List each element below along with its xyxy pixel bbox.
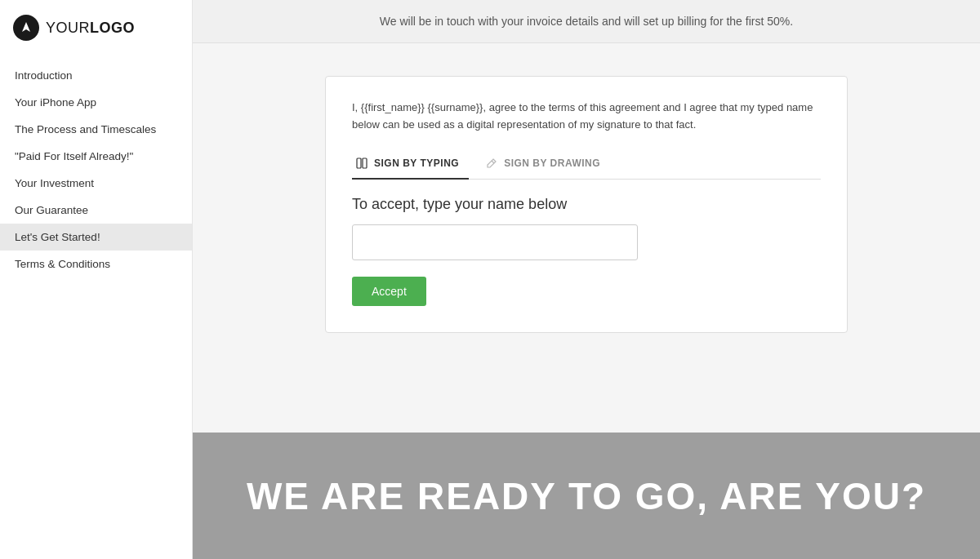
svg-rect-2 [363, 158, 367, 168]
pen-icon [485, 157, 498, 170]
type-name-section: To accept, type your name below Accept [352, 196, 821, 306]
svg-marker-0 [22, 22, 30, 32]
logo-area: YOURLOGO [0, 0, 192, 55]
content-area: I, {{first_name}} {{surname}}, agree to … [193, 43, 980, 433]
type-name-label: To accept, type your name below [352, 196, 821, 213]
accept-button[interactable]: Accept [352, 277, 426, 306]
logo-logo: LOGO [90, 20, 135, 36]
sidebar-item-lets-get-started[interactable]: Let's Get Started! [0, 224, 192, 251]
agreement-text: I, {{first_name}} {{surname}}, agree to … [352, 100, 821, 134]
sidebar-item-iphone-app[interactable]: Your iPhone App [0, 89, 192, 116]
sidebar-item-investment[interactable]: Your Investment [0, 170, 192, 197]
logo-text: YOURLOGO [46, 20, 135, 37]
footer-banner: WE ARE READY TO GO, ARE YOU? [193, 433, 980, 559]
sidebar-item-process[interactable]: The Process and Timescales [0, 116, 192, 143]
signature-card: I, {{first_name}} {{surname}}, agree to … [325, 76, 848, 333]
sidebar-item-terms[interactable]: Terms & Conditions [0, 251, 192, 277]
tab-sign-typing[interactable]: SIGN BY TYPING [352, 150, 469, 180]
top-banner-text: We will be in touch with your invoice de… [380, 15, 793, 28]
logo-your: YOUR [46, 20, 90, 36]
tab-sign-drawing[interactable]: SIGN BY DRAWING [482, 150, 610, 180]
name-input[interactable] [352, 224, 638, 260]
sidebar-item-introduction[interactable]: Introduction [0, 62, 192, 89]
book-icon [355, 157, 368, 170]
sidebar: YOURLOGO Introduction Your iPhone App Th… [0, 0, 193, 559]
logo-icon [13, 15, 39, 41]
sidebar-item-paid[interactable]: "Paid For Itself Already!" [0, 143, 192, 170]
svg-rect-1 [357, 158, 361, 168]
svg-line-3 [492, 161, 494, 163]
main-content: We will be in touch with your invoice de… [193, 0, 980, 559]
sidebar-item-guarantee[interactable]: Our Guarantee [0, 197, 192, 224]
nav-list: Introduction Your iPhone App The Process… [0, 55, 192, 559]
footer-text: WE ARE READY TO GO, ARE YOU? [247, 474, 926, 518]
sign-tabs: SIGN BY TYPING SIGN BY DRAWING [352, 150, 821, 180]
top-banner: We will be in touch with your invoice de… [193, 0, 980, 43]
